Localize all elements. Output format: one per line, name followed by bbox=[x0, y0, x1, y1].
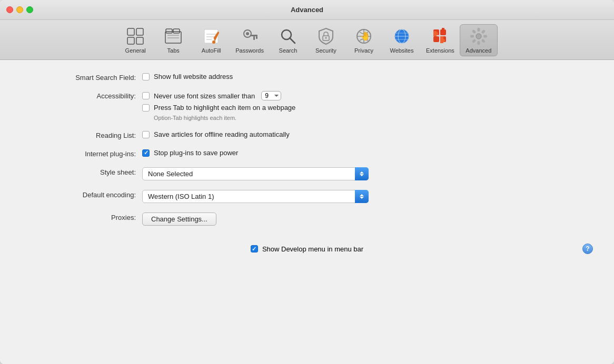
stop-plugins-checkbox[interactable] bbox=[142, 149, 150, 157]
smart-search-field-label: Smart Search Field: bbox=[21, 73, 142, 82]
develop-menu-label[interactable]: Show Develop menu in menu bar bbox=[262, 245, 363, 253]
extensions-icon bbox=[431, 27, 450, 46]
privacy-icon: 🤚 bbox=[354, 27, 373, 46]
accessibility-row: Accessibility: Never use font sizes smal… bbox=[0, 91, 614, 121]
reading-list-row: Reading List: Save articles for offline … bbox=[0, 130, 614, 139]
websites-label: Websites bbox=[390, 47, 413, 54]
style-sheet-control: None Selected bbox=[142, 167, 369, 180]
never-use-font-checkbox[interactable] bbox=[142, 92, 150, 99]
default-encoding-select-wrapper: Western (ISO Latin 1) Unicode (UTF-8) bbox=[142, 190, 369, 203]
show-full-address-row: Show full website address bbox=[142, 73, 233, 80]
svg-rect-37 bbox=[477, 28, 480, 32]
search-icon bbox=[279, 27, 298, 46]
smart-search-field-control: Show full website address bbox=[142, 73, 233, 80]
svg-rect-39 bbox=[483, 35, 487, 38]
window-title: Advanced bbox=[291, 6, 323, 14]
tabs-icon bbox=[164, 27, 183, 46]
stop-plugins-row: Stop plug-ins to save power bbox=[142, 149, 238, 157]
tabs-label: Tabs bbox=[167, 47, 180, 54]
internet-plugins-row: Internet plug-ins: Stop plug-ins to save… bbox=[0, 149, 614, 158]
default-encoding-select[interactable]: Western (ISO Latin 1) Unicode (UTF-8) bbox=[142, 190, 369, 203]
develop-menu-row: Show Develop menu in menu bar bbox=[212, 245, 402, 253]
change-settings-button[interactable]: Change Settings... bbox=[142, 213, 216, 226]
toolbar-item-advanced[interactable]: Advanced bbox=[460, 24, 498, 56]
svg-rect-41 bbox=[477, 41, 480, 45]
internet-plugins-label: Internet plug-ins: bbox=[21, 149, 142, 158]
never-use-font-row: Never use font sizes smaller than 9 10 1… bbox=[142, 91, 295, 100]
style-sheet-select[interactable]: None Selected bbox=[142, 167, 369, 180]
passwords-label: Passwords bbox=[235, 47, 264, 54]
toolbar-item-passwords[interactable]: Passwords bbox=[230, 25, 269, 56]
passwords-icon bbox=[240, 27, 259, 46]
default-encoding-label: Default encoding: bbox=[21, 190, 142, 199]
svg-text:🤚: 🤚 bbox=[360, 31, 371, 41]
develop-menu-checkbox[interactable] bbox=[251, 245, 258, 252]
maximize-button[interactable] bbox=[26, 6, 33, 13]
svg-rect-44 bbox=[472, 29, 476, 34]
internet-plugins-control: Stop plug-ins to save power bbox=[142, 149, 238, 157]
svg-rect-43 bbox=[470, 35, 474, 38]
svg-rect-42 bbox=[472, 39, 476, 43]
main-window: Advanced General bbox=[0, 0, 614, 364]
svg-rect-38 bbox=[481, 29, 485, 34]
toolbar-item-security[interactable]: Security bbox=[307, 25, 345, 56]
toolbar-item-autofill[interactable]: AutoFill bbox=[192, 25, 230, 56]
help-button[interactable]: ? bbox=[582, 244, 593, 254]
websites-icon bbox=[392, 27, 411, 46]
style-sheet-row: Style sheet: None Selected bbox=[0, 167, 614, 180]
option-tab-hint: Option-Tab highlights each item. bbox=[154, 115, 295, 121]
extensions-label: Extensions bbox=[426, 47, 454, 54]
never-use-font-label[interactable]: Never use font sizes smaller than bbox=[154, 92, 255, 100]
svg-rect-1 bbox=[136, 28, 143, 35]
toolbar-item-extensions[interactable]: Extensions bbox=[421, 25, 460, 56]
font-size-select[interactable]: 9 10 11 12 14 bbox=[261, 91, 281, 100]
save-articles-label[interactable]: Save articles for offline reading automa… bbox=[154, 130, 290, 138]
title-bar: Advanced bbox=[0, 0, 614, 20]
svg-rect-40 bbox=[481, 39, 485, 43]
svg-rect-0 bbox=[127, 28, 134, 35]
svg-point-15 bbox=[246, 32, 249, 35]
toolbar: General Tabs bbox=[0, 20, 614, 60]
toolbar-item-tabs[interactable]: Tabs bbox=[154, 25, 192, 56]
accessibility-control: Never use font sizes smaller than 9 10 1… bbox=[142, 91, 295, 121]
svg-rect-2 bbox=[127, 37, 134, 44]
svg-point-13 bbox=[212, 41, 215, 44]
save-articles-row: Save articles for offline reading automa… bbox=[142, 130, 290, 138]
default-encoding-control: Western (ISO Latin 1) Unicode (UTF-8) bbox=[142, 190, 369, 203]
toolbar-item-general[interactable]: General bbox=[116, 25, 154, 56]
bottom-row: Show Develop menu in menu bar ? bbox=[0, 235, 614, 262]
svg-rect-17 bbox=[256, 36, 258, 39]
autofill-icon bbox=[202, 27, 221, 46]
security-icon bbox=[316, 27, 335, 46]
show-full-address-label[interactable]: Show full website address bbox=[154, 73, 233, 80]
save-articles-checkbox[interactable] bbox=[142, 131, 150, 138]
accessibility-label: Accessibility: bbox=[21, 91, 142, 100]
privacy-label: Privacy bbox=[354, 47, 373, 54]
advanced-icon bbox=[469, 27, 488, 46]
smart-search-field-row: Smart Search Field: Show full website ad… bbox=[0, 73, 614, 82]
toolbar-item-search[interactable]: Search bbox=[269, 25, 307, 56]
svg-rect-16 bbox=[250, 35, 258, 36]
proxies-control: Change Settings... bbox=[142, 213, 216, 226]
svg-point-36 bbox=[476, 34, 481, 39]
proxies-label: Proxies: bbox=[21, 213, 142, 221]
show-full-address-checkbox[interactable] bbox=[142, 73, 150, 80]
advanced-label: Advanced bbox=[466, 47, 491, 54]
toolbar-item-privacy[interactable]: 🤚 Privacy bbox=[345, 25, 383, 56]
reading-list-control: Save articles for offline reading automa… bbox=[142, 130, 290, 138]
toolbar-item-websites[interactable]: Websites bbox=[383, 25, 421, 56]
press-tab-row: Press Tab to highlight each item on a we… bbox=[142, 104, 295, 112]
svg-rect-6 bbox=[173, 29, 180, 33]
style-sheet-label: Style sheet: bbox=[21, 167, 142, 176]
press-tab-label[interactable]: Press Tab to highlight each item on a we… bbox=[154, 104, 295, 112]
press-tab-checkbox[interactable] bbox=[142, 104, 150, 112]
svg-rect-33 bbox=[433, 36, 439, 42]
close-button[interactable] bbox=[6, 6, 13, 13]
minimize-button[interactable] bbox=[16, 6, 23, 13]
svg-rect-18 bbox=[253, 36, 255, 40]
reading-list-label: Reading List: bbox=[21, 130, 142, 139]
stop-plugins-label[interactable]: Stop plug-ins to save power bbox=[154, 149, 238, 157]
general-label: General bbox=[125, 47, 146, 54]
svg-line-20 bbox=[290, 38, 295, 43]
svg-point-22 bbox=[325, 37, 326, 39]
